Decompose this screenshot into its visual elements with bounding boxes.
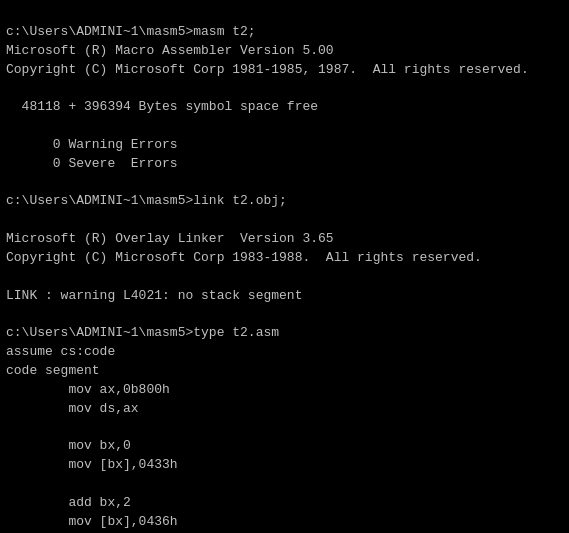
terminal-line-linker-title: Microsoft (R) Overlay Linker Version 3.6…: [6, 230, 563, 249]
terminal-line-mov-bx1-0436h: mov [bx],0436h: [6, 513, 563, 532]
terminal-line-severe-errors: 0 Severe Errors: [6, 155, 563, 174]
terminal-line-blank4: [6, 211, 563, 230]
terminal-line-mov-ds-ax: mov ds,ax: [6, 400, 563, 419]
terminal-line-blank1: [6, 79, 563, 98]
terminal-line-mov-bx1-0433h: mov [bx],0433h: [6, 456, 563, 475]
terminal-line-linker-copyright: Copyright (C) Microsoft Corp 1983-1988. …: [6, 249, 563, 268]
terminal-line-assume-line: assume cs:code: [6, 343, 563, 362]
terminal-line-warning-errors: 0 Warning Errors: [6, 136, 563, 155]
terminal-line-cmd1: c:\Users\ADMINI~1\masm5>masm t2;: [6, 23, 563, 42]
terminal-line-cmd3: c:\Users\ADMINI~1\masm5>type t2.asm: [6, 324, 563, 343]
terminal-line-blank7: [6, 419, 563, 438]
terminal-line-bytes-info: 48118 + 396394 Bytes symbol space free: [6, 98, 563, 117]
terminal-line-link-warning: LINK : warning L4021: no stack segment: [6, 287, 563, 306]
terminal-window: c:\Users\ADMINI~1\masm5>masm t2;Microsof…: [6, 4, 563, 533]
terminal-line-mov-bx-0: mov bx,0: [6, 437, 563, 456]
terminal-line-add-bx-2: add bx,2: [6, 494, 563, 513]
terminal-line-blank6: [6, 306, 563, 325]
terminal-line-blank2: [6, 117, 563, 136]
terminal-line-blank5: [6, 268, 563, 287]
terminal-line-blank8: [6, 475, 563, 494]
terminal-line-masm-copyright: Copyright (C) Microsoft Corp 1981-1985, …: [6, 61, 563, 80]
terminal-line-cmd2: c:\Users\ADMINI~1\masm5>link t2.obj;: [6, 192, 563, 211]
terminal-line-masm-title: Microsoft (R) Macro Assembler Version 5.…: [6, 42, 563, 61]
terminal-line-mov-ax-0b800h: mov ax,0b800h: [6, 381, 563, 400]
terminal-line-blank3: [6, 174, 563, 193]
terminal-line-code-segment: code segment: [6, 362, 563, 381]
